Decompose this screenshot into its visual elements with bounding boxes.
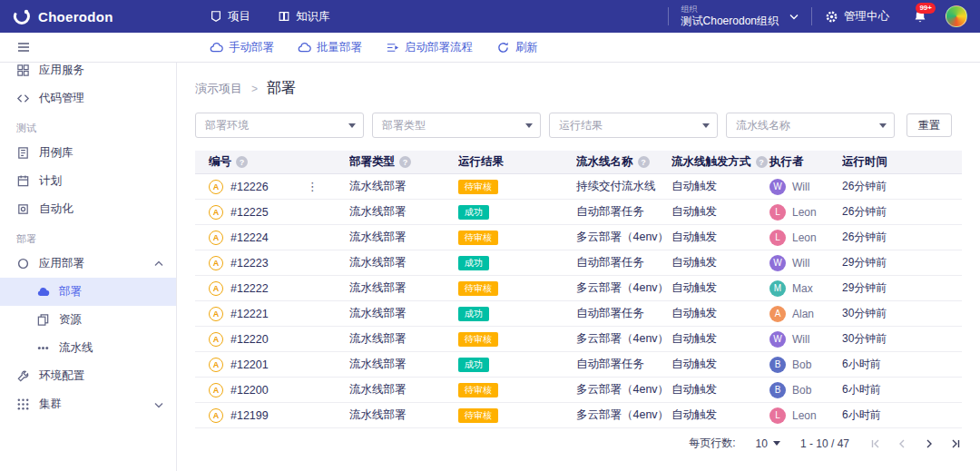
help-icon[interactable] bbox=[756, 156, 768, 168]
deploy-id[interactable]: #12225 bbox=[230, 206, 269, 219]
org-switcher[interactable]: 组织 测试Choerodon组织 bbox=[669, 0, 811, 33]
app-circle-icon: A bbox=[209, 383, 223, 397]
filter-deploy-env-select[interactable]: 部署环境 bbox=[195, 113, 364, 138]
breadcrumb-project[interactable]: 演示项目 bbox=[195, 81, 242, 97]
help-icon[interactable] bbox=[638, 156, 650, 168]
sidebar-item-deploy[interactable]: 部署 bbox=[0, 278, 176, 306]
first-page-icon[interactable] bbox=[869, 438, 880, 449]
prev-page-icon[interactable] bbox=[897, 438, 907, 449]
table-row[interactable]: A #12199 流水线部署 待审核 多云部署（4env） 自动触发 L Leo… bbox=[195, 403, 962, 428]
deploy-id[interactable]: #12226 bbox=[230, 181, 269, 193]
help-icon[interactable] bbox=[399, 156, 411, 168]
deploy-id[interactable]: #12220 bbox=[230, 333, 269, 346]
sidebar-section-test: 测试 bbox=[0, 113, 176, 139]
executor-avatar: W bbox=[769, 179, 786, 195]
sidebar-item-plan[interactable]: 计划 bbox=[0, 167, 176, 195]
sidebar-item-env-config[interactable]: 环境配置 bbox=[0, 362, 176, 390]
table-row[interactable]: A #12220 流水线部署 待审核 多云部署（4env） 自动触发 W Wil… bbox=[195, 327, 962, 352]
sidebar-item-resource[interactable]: 资源 bbox=[0, 306, 176, 334]
notification-badge: 99+ bbox=[916, 3, 936, 14]
sidebar-section-deploy: 部署 bbox=[0, 223, 176, 250]
next-page-icon[interactable] bbox=[924, 438, 935, 449]
table-body: A #12226 流水线部署 待审核 持续交付流水线 自动触发 W Will 2… bbox=[195, 174, 962, 428]
logo[interactable]: Choerodon bbox=[0, 7, 177, 25]
trigger-type: 自动触发 bbox=[671, 307, 717, 319]
deploy-id[interactable]: #12201 bbox=[230, 358, 269, 371]
sidebar-item-pipeline[interactable]: 流水线 bbox=[0, 334, 176, 362]
last-page-icon[interactable] bbox=[951, 438, 962, 449]
deploy-type: 流水线部署 bbox=[349, 281, 407, 294]
top-header: Choerodon 项目 知识库 组织 测试Choerodon组织 bbox=[0, 0, 980, 33]
app-circle-icon: A bbox=[209, 332, 223, 347]
table-row[interactable]: A #12223 流水线部署 成功 自动部署任务 自动触发 W Will 29分… bbox=[195, 250, 962, 276]
help-icon[interactable] bbox=[236, 156, 248, 168]
collapse-sidebar-icon[interactable] bbox=[16, 40, 31, 54]
filter-deploy-type-select[interactable]: 部署类型 bbox=[372, 113, 541, 138]
run-time: 29分钟前 bbox=[842, 256, 887, 269]
sidebar-item-code[interactable]: 代码管理 bbox=[0, 84, 176, 113]
sidebar-item-deploy-label: 部署 bbox=[59, 284, 82, 299]
sidebar-item-env-config-label: 环境配置 bbox=[39, 368, 84, 384]
manual-deploy-button[interactable]: 手动部署 bbox=[210, 40, 274, 55]
table-row[interactable]: A #12224 流水线部署 待审核 多云部署（4env） 自动触发 L Leo… bbox=[195, 225, 962, 250]
batch-deploy-button[interactable]: 批量部署 bbox=[298, 40, 362, 55]
resource-icon bbox=[36, 313, 50, 327]
nav-knowledge[interactable]: 知识库 bbox=[278, 9, 330, 25]
sidebar-item-app-deploy[interactable]: 应用部署 bbox=[0, 250, 176, 278]
status-badge: 待审核 bbox=[458, 231, 498, 245]
deploy-id[interactable]: #12199 bbox=[230, 409, 269, 422]
sidebar-item-cluster-label: 集群 bbox=[39, 397, 62, 412]
run-time: 6小时前 bbox=[842, 358, 881, 370]
trigger-type: 自动触发 bbox=[671, 408, 717, 421]
refresh-label: 刷新 bbox=[515, 40, 538, 55]
refresh-button[interactable]: 刷新 bbox=[496, 40, 538, 55]
deploy-id[interactable]: #12224 bbox=[230, 231, 269, 244]
filter-run-result-select[interactable]: 运行结果 bbox=[549, 113, 718, 138]
sidebar-item-cluster[interactable]: 集群 bbox=[0, 390, 176, 418]
deploy-id[interactable]: #12223 bbox=[230, 257, 269, 270]
status-badge: 成功 bbox=[458, 205, 489, 220]
table-row[interactable]: A #12226 流水线部署 待审核 持续交付流水线 自动触发 W Will 2… bbox=[195, 174, 962, 200]
table-row[interactable]: A #12225 流水线部署 成功 自动部署任务 自动触发 L Leon 26分… bbox=[195, 200, 962, 225]
app-deploy-icon bbox=[16, 257, 30, 270]
sidebar-item-automation[interactable]: 自动化 bbox=[0, 195, 176, 223]
band-left bbox=[0, 40, 177, 54]
chevron-down-icon bbox=[154, 400, 163, 409]
table-row[interactable]: A #12222 流水线部署 待审核 多云部署（4env） 自动触发 M Max… bbox=[195, 276, 962, 301]
pipeline-icon bbox=[36, 341, 50, 355]
rows-per-page-select[interactable]: 10 bbox=[756, 437, 780, 450]
breadcrumb: 演示项目 > 部署 bbox=[195, 79, 962, 98]
deploy-id[interactable]: #12221 bbox=[230, 308, 269, 320]
table-row[interactable]: A #12201 流水线部署 成功 自动部署任务 自动触发 B Bob 6小时前 bbox=[195, 352, 962, 378]
status-badge: 成功 bbox=[458, 256, 489, 270]
deployments-table: 编号 部署类型 运行结果 流水线名称 流水线触发方式 执行者 运行时间 A #1… bbox=[195, 151, 962, 428]
status-badge: 待审核 bbox=[458, 332, 498, 347]
notifications-button[interactable]: 99+ bbox=[902, 0, 938, 33]
gear-icon bbox=[825, 10, 838, 24]
filter-pipeline-name-select[interactable]: 流水线名称 bbox=[726, 113, 895, 138]
start-deploy-flow-button[interactable]: 启动部署流程 bbox=[386, 40, 473, 55]
pipeline-name: 自动部署任务 bbox=[576, 256, 644, 269]
trigger-type: 自动触发 bbox=[671, 205, 717, 218]
sidebar-item-case-library[interactable]: 用例库 bbox=[0, 139, 176, 167]
trigger-type: 自动触发 bbox=[671, 358, 717, 370]
sidebar-item-app-service[interactable]: 应用服务 bbox=[0, 63, 176, 84]
deploy-id[interactable]: #12222 bbox=[230, 282, 269, 295]
table-row[interactable]: A #12221 流水线部署 成功 自动部署任务 自动触发 A Alan 30分… bbox=[195, 301, 962, 327]
user-avatar[interactable] bbox=[946, 5, 967, 27]
table-row[interactable]: A #12200 流水线部署 待审核 多云部署（4env） 自动触发 B Bob… bbox=[195, 378, 962, 403]
column-executor: 执行者 bbox=[769, 154, 804, 170]
chevron-down-icon bbox=[789, 12, 799, 21]
admin-center-button[interactable]: 管理中心 bbox=[812, 0, 902, 33]
content: 演示项目 > 部署 部署环境 部署类型 运行结果 流水线名称 bbox=[177, 63, 980, 471]
manual-deploy-label: 手动部署 bbox=[229, 40, 274, 55]
org-value: 测试Choerodon组织 bbox=[681, 15, 779, 27]
nav-project[interactable]: 项目 bbox=[210, 9, 250, 25]
reset-button[interactable]: 重置 bbox=[906, 113, 952, 137]
org-lines: 组织 测试Choerodon组织 bbox=[681, 5, 779, 27]
top-nav: 项目 知识库 bbox=[177, 9, 330, 25]
main-area: 应用服务 代码管理 测试 用例库 计划 bbox=[0, 63, 980, 471]
row-menu-icon[interactable] bbox=[307, 180, 316, 193]
executor-avatar: M bbox=[769, 280, 786, 297]
deploy-id[interactable]: #12200 bbox=[230, 384, 269, 397]
